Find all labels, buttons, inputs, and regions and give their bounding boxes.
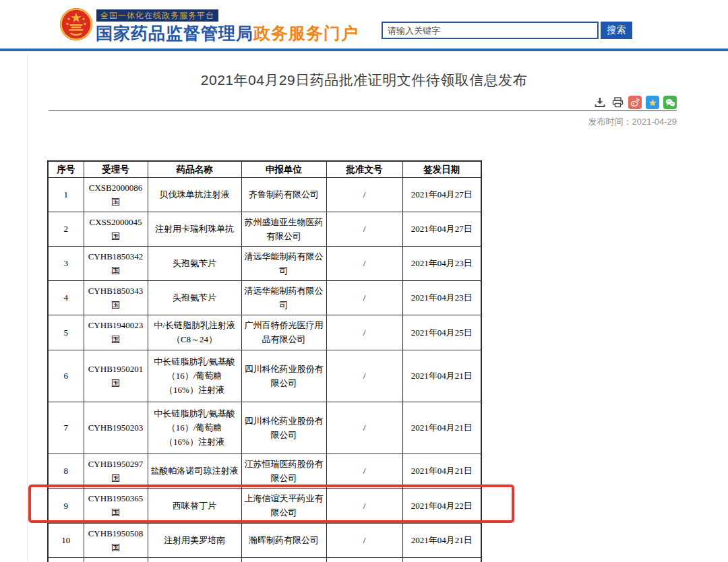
site-title-portal: 政务服务门户 (253, 24, 359, 42)
table-row: 2 CXSS2000045国 注射用卡瑞利珠单抗 苏州盛迪亚生物医药有限公司 /… (48, 212, 481, 246)
cell-drug-name: 注射用卡瑞利珠单抗 (148, 212, 241, 246)
col-header-issue-date: 签发日期 (402, 161, 481, 177)
cell-applicant: 清远华能制药有限公司 (241, 246, 326, 280)
cell-acceptance-no: CXSS2000045国 (84, 212, 148, 246)
cell-acceptance-no: CYHB1950365国 (84, 488, 148, 523)
header-divider (0, 49, 728, 51)
cell-acceptance-no: CYHB1950203 (84, 402, 148, 454)
cell-approval-no: / (326, 280, 402, 315)
cell-approval-no: / (326, 523, 402, 557)
cell-acceptance-no: CXSB2000086国 (84, 177, 148, 212)
cell-seq: 9 (48, 488, 84, 523)
cell-issue-date: 2021年04月21日 (402, 402, 481, 454)
cell-seq: 10 (48, 523, 84, 557)
table-row: 10 CYHB1950508国 注射用美罗培南 瀚晖制药有限公司 / 2021年… (48, 523, 481, 557)
table-row: 5 CYHB1940023国 中/长链脂肪乳注射液（C8～24） 广州百特侨光医… (48, 315, 481, 350)
cell-applicant: 四川科伦药业股份有限公司 (241, 350, 326, 402)
cell-seq: 8 (48, 454, 84, 488)
cell-drug-name: 注射用美罗培南 (148, 523, 241, 557)
cell-issue-date: 2021年04月23日 (402, 246, 481, 280)
cell-applicant: 四川科伦药业股份有限公司 (241, 402, 326, 454)
cell-issue-date: 2021年04月25日 (402, 315, 481, 350)
cell-approval-no: / (326, 246, 402, 280)
table-header-row: 序号 受理号 药品名称 申报单位 批准文号 签发日期 (48, 161, 481, 177)
weibo-share-icon[interactable] (628, 96, 642, 109)
article-toolbar: ★ (593, 96, 677, 109)
cell-acceptance-no: CYHB1850342国 (84, 246, 148, 280)
page: 全国一体化在线政务服务平台 国家药品监督管理局政务服务门户 搜索 2021年04… (0, 0, 728, 562)
cell-issue-date: 2021年04月21日 (402, 523, 481, 557)
col-header-drug-name: 药品名称 (148, 161, 241, 177)
cell-issue-date: 2021年04月22日 (402, 488, 481, 523)
cell-drug-name: 盐酸帕洛诺司琼注射液 (148, 454, 241, 488)
cell-seq: 3 (48, 246, 84, 280)
print-icon[interactable] (611, 96, 624, 109)
cell-seq: 1 (48, 177, 84, 212)
table-row-partial (48, 557, 481, 562)
table-row: 4 CYHB1850343国 头孢氨苄片 清远华能制药有限公司 / 2021年0… (48, 280, 481, 315)
cell-issue-date: 2021年04月27日 (402, 177, 481, 212)
col-header-seq: 序号 (48, 161, 84, 177)
site-title: 国家药品监督管理局政务服务门户 (96, 22, 359, 44)
cell-acceptance-no: CYHB1850343国 (84, 280, 148, 315)
col-header-acceptance-no: 受理号 (84, 161, 148, 177)
cell-applicant: 清远华能制药有限公司 (241, 280, 326, 315)
approval-table-container: 序号 受理号 药品名称 申报单位 批准文号 签发日期 1 CXSB2000086… (47, 160, 482, 562)
cell-seq: 5 (48, 315, 84, 350)
approval-table: 序号 受理号 药品名称 申报单位 批准文号 签发日期 1 CXSB2000086… (47, 160, 482, 562)
cell-applicant: 江苏恒瑞医药股份有限公司 (241, 454, 326, 488)
col-header-approval-no: 批准文号 (326, 161, 402, 177)
search-input[interactable] (382, 22, 599, 39)
cell-applicant: 齐鲁制药有限公司 (241, 177, 326, 212)
cell-approval-no: / (326, 315, 402, 350)
cell-acceptance-no: CYHB1940023国 (84, 315, 148, 350)
site-header: 全国一体化在线政务服务平台 国家药品监督管理局政务服务门户 搜索 (0, 0, 728, 49)
cell-drug-name: 头孢氨苄片 (148, 246, 241, 280)
cell-issue-date: 2021年04月23日 (402, 280, 481, 315)
cell-seq: 2 (48, 212, 84, 246)
cell-drug-name: 西咪替丁片 (148, 488, 241, 523)
search-bar: 搜索 (382, 22, 632, 39)
cell-issue-date: 2021年04月21日 (402, 350, 481, 402)
content-left-border (27, 54, 28, 562)
publish-time: 发布时间：2021-04-29 (588, 116, 677, 128)
wechat-share-icon[interactable] (663, 96, 677, 109)
table-row: 8 CYHB1950297国 盐酸帕洛诺司琼注射液 江苏恒瑞医药股份有限公司 /… (48, 454, 481, 488)
site-title-agency: 国家药品监督管理局 (96, 24, 253, 42)
cell-drug-name: 中/长链脂肪乳注射液（C8～24） (148, 315, 241, 350)
cell-applicant: 上海信谊天平药业有限公司 (241, 488, 326, 523)
cell-seq: 7 (48, 402, 84, 454)
favorite-star-icon[interactable]: ★ (646, 96, 659, 109)
cell-approval-no: / (326, 454, 402, 488)
cell-drug-name: 中长链脂肪乳/氨基酸（16）/葡萄糖（16%）注射液 (148, 402, 241, 454)
platform-badge: 全国一体化在线政务服务平台 (96, 9, 218, 22)
national-emblem-logo (59, 7, 93, 41)
cell-approval-no: / (326, 177, 402, 212)
cell-applicant: 广州百特侨光医疗用品有限公司 (241, 315, 326, 350)
cell-drug-name: 中长链脂肪乳/氨基酸（16）/葡萄糖（16%）注射液 (148, 350, 241, 402)
page-title: 2021年04月29日药品批准证明文件待领取信息发布 (27, 71, 701, 90)
cell-approval-no: / (326, 350, 402, 402)
cell-acceptance-no: CYHB1950201国 (84, 350, 148, 402)
cell-applicant: 瀚晖制药有限公司 (241, 523, 326, 557)
search-button[interactable]: 搜索 (601, 22, 632, 39)
table-row: 7 CYHB1950203 中长链脂肪乳/氨基酸（16）/葡萄糖（16%）注射液… (48, 402, 481, 454)
cell-issue-date: 2021年04月21日 (402, 454, 481, 488)
cell-seq: 6 (48, 350, 84, 402)
cell-approval-no: / (326, 402, 402, 454)
cell-approval-no: / (326, 212, 402, 246)
col-header-applicant: 申报单位 (241, 161, 326, 177)
download-icon[interactable] (593, 96, 607, 109)
table-row-highlighted: 9 CYHB1950365国 西咪替丁片 上海信谊天平药业有限公司 / 2021… (48, 488, 481, 523)
cell-drug-name: 贝伐珠单抗注射液 (148, 177, 241, 212)
table-row: 6 CYHB1950201国 中长链脂肪乳/氨基酸（16）/葡萄糖（16%）注射… (48, 350, 481, 402)
cell-seq: 4 (48, 280, 84, 315)
cell-approval-no: / (326, 488, 402, 523)
cell-applicant: 苏州盛迪亚生物医药有限公司 (241, 212, 326, 246)
cell-acceptance-no: CYHB1950508国 (84, 523, 148, 557)
title-divider (49, 110, 677, 111)
cell-issue-date: 2021年04月27日 (402, 212, 481, 246)
cell-acceptance-no: CYHB1950297国 (84, 454, 148, 488)
table-row: 1 CXSB2000086国 贝伐珠单抗注射液 齐鲁制药有限公司 / 2021年… (48, 177, 481, 212)
cell-drug-name: 头孢氨苄片 (148, 280, 241, 315)
